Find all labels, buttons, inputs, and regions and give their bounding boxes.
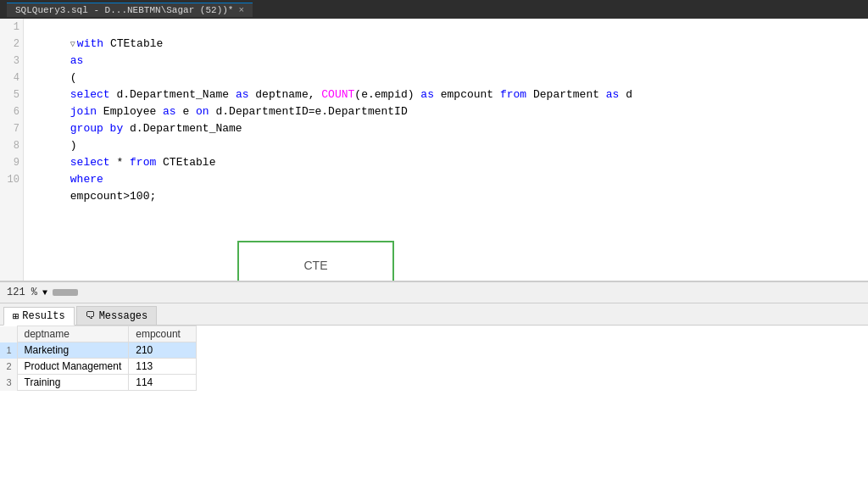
- table-body: 1Marketing2102Product Management1133Trai…: [0, 342, 197, 391]
- zoom-level: 121 %: [7, 287, 37, 298]
- row-number: 1: [0, 342, 17, 359]
- line-numbers: 12345678910: [0, 19, 24, 281]
- cte-label-box: CTE: [237, 241, 394, 281]
- row-number: 3: [0, 375, 17, 391]
- messages-tab-label: Messages: [99, 310, 148, 322]
- table-row[interactable]: 1Marketing210: [0, 342, 197, 359]
- title-bar: SQLQuery3.sql - D...NEBTMN\Sagar (52))* …: [0, 0, 868, 19]
- collapse-icon: ▽: [70, 40, 75, 49]
- kw-as-1: as: [70, 54, 84, 67]
- cte-label-text: CTE: [304, 259, 328, 272]
- tab-messages[interactable]: 🗨 Messages: [76, 306, 158, 325]
- code-line-1: ▽with CTEtable: [31, 19, 863, 36]
- code-line-4: select d.Department_Name as deptname, CO…: [31, 70, 863, 86]
- results-tabs: ⊞ Results 🗨 Messages: [0, 303, 868, 326]
- code-line-3: (: [31, 53, 863, 70]
- zoom-down-icon[interactable]: ▼: [42, 288, 47, 298]
- results-table: deptname empcount 1Marketing2102Product …: [0, 326, 197, 391]
- cell-deptname: Marketing: [17, 342, 129, 359]
- tab-label: SQLQuery3.sql - D...NEBTMN\Sagar (52))*: [15, 5, 233, 15]
- cell-empcount: 114: [129, 375, 197, 391]
- cell-deptname: Training: [17, 375, 129, 391]
- col-header-empcount: empcount: [129, 326, 197, 342]
- table-row[interactable]: 2Product Management113: [0, 359, 197, 375]
- results-tab-label: Results: [22, 310, 64, 322]
- messages-icon: 🗨: [86, 309, 96, 322]
- editor-area[interactable]: 12345678910 ▽with CTEtable as ( select d…: [0, 19, 868, 281]
- code-line-8: select * from CTEtable: [31, 137, 863, 154]
- editor-tab[interactable]: SQLQuery3.sql - D...NEBTMN\Sagar (52))* …: [7, 3, 253, 17]
- table-row[interactable]: 3Training114: [0, 375, 197, 391]
- row-num-header: [0, 326, 17, 342]
- tab-results[interactable]: ⊞ Results: [3, 307, 75, 326]
- results-area[interactable]: deptname empcount 1Marketing2102Product …: [0, 326, 868, 501]
- cell-empcount: 113: [129, 359, 197, 375]
- cell-deptname: Product Management: [17, 359, 129, 375]
- code-content[interactable]: ▽with CTEtable as ( select d.Department_…: [25, 19, 868, 188]
- status-bar: 121 % ▼: [0, 281, 868, 303]
- kw-with: with: [77, 37, 103, 50]
- row-number: 2: [0, 359, 17, 375]
- code-line-10: empcount>100;: [31, 171, 863, 188]
- tab-close-button[interactable]: ×: [238, 5, 244, 15]
- cell-empcount: 210: [129, 342, 197, 359]
- col-header-deptname: deptname: [17, 326, 129, 342]
- scroll-thumb[interactable]: [53, 289, 78, 296]
- results-grid-icon: ⊞: [13, 310, 19, 323]
